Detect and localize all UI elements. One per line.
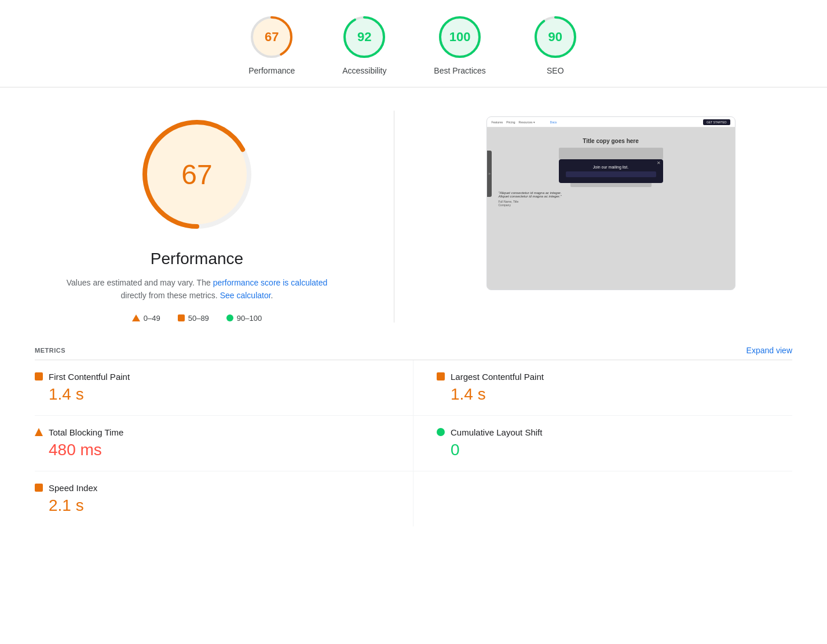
score-ring-accessibility: 92: [341, 14, 387, 60]
expand-view-button[interactable]: Expand view: [747, 346, 792, 355]
desc-text-end: .: [271, 291, 273, 300]
lcp-name: Largest Contentful Paint: [451, 372, 544, 382]
cls-name: Cumulative Layout Shift: [451, 427, 542, 437]
mock-quote-text: "Aliquet consectetur id magna ac integer…: [499, 191, 568, 198]
mock-sidebar: ◁: [487, 151, 492, 197]
tbt-name: Total Blocking Time: [49, 427, 123, 437]
legend-label-green: 90–100: [237, 314, 262, 323]
perf-description: Values are estimated and may vary. The p…: [64, 276, 330, 302]
mock-nav-pricing: Pricing: [506, 120, 515, 124]
tbt-value: 480 ms: [35, 441, 390, 459]
screenshot-frame: Features Pricing Resources ▾ Docs GET ST…: [486, 116, 735, 290]
calculator-link[interactable]: See calculator: [220, 291, 271, 300]
score-label-performance: Performance: [248, 66, 295, 75]
metrics-grid: First Contentful Paint 1.4 s Largest Con…: [35, 360, 792, 526]
mock-modal-body: [566, 171, 656, 177]
score-label-accessibility: Accessibility: [342, 66, 386, 75]
square-indicator-icon-3: [35, 484, 43, 492]
si-indicator: [35, 484, 43, 492]
legend: 0–49 50–89 90–100: [132, 314, 262, 323]
si-name: Speed Index: [49, 483, 97, 493]
square-indicator-icon: [35, 372, 43, 380]
metric-header-fcp: First Contentful Paint: [35, 372, 390, 382]
score-item-accessibility[interactable]: 92 Accessibility: [341, 14, 387, 75]
mock-nav-docs: Docs: [550, 120, 557, 124]
perf-score-link[interactable]: performance score is calculated: [213, 278, 328, 287]
mock-quote: "Aliquet consectetur id magna ac integer…: [499, 191, 568, 207]
legend-green: 90–100: [226, 314, 262, 323]
circle-indicator-icon: [437, 428, 445, 436]
score-bar: 67 Performance 92 Accessibility 100 Best…: [0, 0, 827, 87]
score-value-best-practices: 100: [449, 30, 471, 45]
score-ring-seo: 90: [532, 14, 579, 60]
legend-red: 0–49: [132, 314, 160, 323]
mock-body-line-1: [559, 148, 663, 159]
metric-header-lcp: Largest Contentful Paint: [437, 372, 792, 382]
legend-label-orange: 50–89: [188, 314, 209, 323]
metric-header-tbt: Total Blocking Time: [35, 427, 390, 437]
lcp-value: 1.4 s: [437, 385, 792, 404]
metric-header-cls: Cumulative Layout Shift: [437, 427, 792, 437]
metric-item-fcp: First Contentful Paint 1.4 s: [35, 360, 414, 416]
score-ring-best-practices: 100: [437, 14, 483, 60]
mock-quote-attr: Full Name, TitleCompany: [499, 200, 568, 207]
mock-body: ◁ Title copy goes here ✕ Join our mailin…: [487, 127, 735, 290]
score-value-seo: 90: [548, 30, 562, 45]
mock-page: Features Pricing Resources ▾ Docs GET ST…: [487, 117, 735, 290]
content-row: 67 Performance Values are estimated and …: [35, 111, 792, 323]
metrics-section: METRICS Expand view First Contentful Pai…: [35, 346, 792, 526]
score-label-best-practices: Best Practices: [434, 66, 485, 75]
mock-modal-title: Join our mailing list.: [566, 165, 656, 169]
desc-text-2: directly from these metrics.: [121, 291, 220, 300]
metric-header-si: Speed Index: [35, 483, 390, 493]
fcp-value: 1.4 s: [35, 385, 390, 404]
score-ring-performance: 67: [248, 14, 295, 60]
fcp-name: First Contentful Paint: [49, 372, 130, 382]
big-gauge: 67: [133, 111, 261, 238]
metrics-header: METRICS Expand view: [35, 346, 792, 360]
mock-nav-features: Features: [492, 120, 503, 124]
cls-indicator: [437, 428, 445, 436]
metric-item-tbt: Total Blocking Time 480 ms: [35, 416, 414, 471]
main-content: 67 Performance Values are estimated and …: [0, 87, 827, 550]
metric-item-lcp: Largest Contentful Paint 1.4 s: [414, 360, 792, 416]
vertical-divider: [394, 111, 394, 323]
metric-item-si: Speed Index 2.1 s: [35, 471, 414, 526]
circle-icon: [226, 314, 233, 321]
score-item-best-practices[interactable]: 100 Best Practices: [434, 14, 485, 75]
cls-value: 0: [437, 441, 792, 459]
left-panel: 67 Performance Values are estimated and …: [35, 111, 359, 323]
mock-sidebar-text: ◁: [488, 173, 491, 175]
square-icon: [178, 314, 185, 321]
big-score-value: 67: [181, 159, 212, 191]
score-item-seo[interactable]: 90 SEO: [532, 14, 579, 75]
mock-nav: Features Pricing Resources ▾ Docs GET ST…: [487, 117, 735, 127]
fcp-indicator: [35, 372, 43, 380]
legend-label-red: 0–49: [144, 314, 160, 323]
score-label-seo: SEO: [547, 66, 564, 75]
desc-text-1: Values are estimated and may vary. The: [67, 278, 213, 287]
right-panel: Features Pricing Resources ▾ Docs GET ST…: [429, 111, 792, 290]
square-indicator-icon-2: [437, 372, 445, 380]
mock-modal: ✕ Join our mailing list.: [559, 159, 663, 183]
si-value: 2.1 s: [35, 496, 390, 515]
mock-hero-text: Title copy goes here: [583, 138, 639, 144]
score-value-performance: 67: [265, 30, 279, 45]
mock-modal-close-icon: ✕: [657, 160, 661, 166]
tbt-indicator: [35, 428, 43, 436]
triangle-indicator-icon: [35, 428, 43, 436]
mock-cta-button: GET STARTED: [703, 119, 730, 125]
mock-nav-items: Features Pricing Resources ▾ Docs: [492, 120, 557, 124]
metric-item-cls: Cumulative Layout Shift 0: [414, 416, 792, 471]
triangle-icon: [132, 314, 140, 321]
score-value-accessibility: 92: [357, 30, 371, 45]
mock-nav-resources: Resources ▾: [519, 120, 535, 124]
metrics-title: METRICS: [35, 347, 65, 354]
lcp-indicator: [437, 372, 445, 380]
legend-orange: 50–89: [178, 314, 209, 323]
score-item-performance[interactable]: 67 Performance: [248, 14, 295, 75]
